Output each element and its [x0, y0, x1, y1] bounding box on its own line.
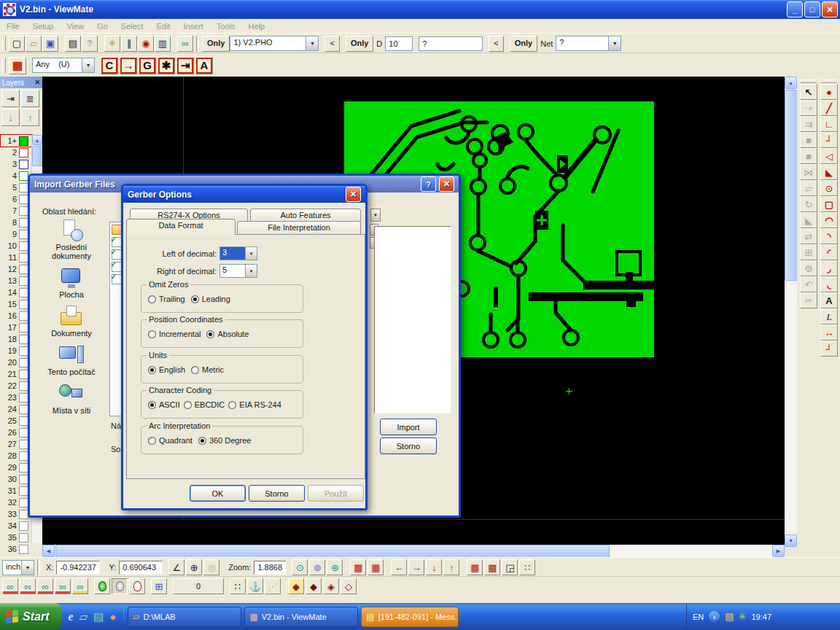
- pan-down-button[interactable]: ↓: [426, 559, 442, 575]
- cut-button[interactable]: ✂: [800, 292, 817, 308]
- place-recent-documents[interactable]: Poslední dokumenty: [35, 219, 108, 260]
- cancel-button[interactable]: Storno: [249, 485, 305, 502]
- radio-incremental[interactable]: Incremental: [148, 330, 201, 338]
- pad-mode-solid-button[interactable]: ◆: [288, 578, 304, 594]
- view-filter-lines-button[interactable]: ∞: [20, 578, 36, 594]
- layer-up-button[interactable]: ↑: [21, 109, 39, 126]
- radio-leading[interactable]: Leading: [191, 295, 230, 303]
- menu-item[interactable]: View: [60, 20, 90, 32]
- pad-mode-outline-button[interactable]: ◆: [306, 578, 322, 594]
- settings-gear-button[interactable]: ⚙: [800, 260, 817, 276]
- task-viewmate[interactable]: ▦ V2.bin - ViewMate: [244, 607, 358, 627]
- language-indicator[interactable]: EN: [693, 612, 704, 621]
- import-button[interactable]: Import: [380, 419, 437, 435]
- dcode-view-button[interactable]: ◉: [138, 36, 154, 52]
- layer-row[interactable]: 3: [1, 158, 32, 170]
- layer-row[interactable]: 2: [1, 147, 32, 158]
- tray-notes-icon[interactable]: ▤: [725, 611, 734, 622]
- scroll-left-icon[interactable]: ◀: [42, 545, 55, 557]
- layers-panel-header[interactable]: Layers ✕: [0, 77, 42, 88]
- restore-button[interactable]: □: [804, 1, 820, 18]
- apply-button[interactable]: Použít: [308, 485, 364, 502]
- fill-rect-button[interactable]: ■: [800, 148, 817, 164]
- view-filter-solid-button[interactable]: ∞: [37, 578, 53, 594]
- zoom-in-button[interactable]: ⊙: [292, 559, 308, 575]
- vertex-button[interactable]: ⋰: [265, 578, 281, 594]
- radio-trailing[interactable]: Trailing: [148, 295, 185, 303]
- rotate-button[interactable]: ↻: [800, 196, 817, 212]
- book-quick-icon[interactable]: ▤: [93, 611, 104, 622]
- circle-tool-button[interactable]: ⊙: [820, 180, 838, 196]
- menu-item[interactable]: Tools: [210, 20, 242, 32]
- scroll-down-icon[interactable]: ▼: [785, 534, 797, 547]
- close-icon[interactable]: ✕: [34, 79, 40, 86]
- bulb-on-button[interactable]: [94, 578, 110, 594]
- snap-grid-button[interactable]: ∷: [230, 578, 246, 594]
- chevron-down-icon[interactable]: ▾: [306, 36, 318, 50]
- scroll-right-icon[interactable]: ▶: [772, 545, 785, 557]
- close-button[interactable]: ✕: [822, 1, 838, 18]
- new-file-button[interactable]: ▢: [9, 36, 25, 52]
- menu-item[interactable]: Select: [114, 20, 150, 32]
- arc-ne-tool-button[interactable]: ◝: [820, 228, 838, 244]
- layer-color-swatch[interactable]: [19, 160, 28, 169]
- layer-shift-button[interactable]: ⇥: [1, 90, 20, 107]
- ok-button[interactable]: OK: [190, 485, 246, 502]
- star-button[interactable]: ✱: [158, 57, 175, 74]
- pan-right-button[interactable]: →: [408, 559, 424, 575]
- zoom-dynamic-button[interactable]: ⊛: [327, 559, 343, 575]
- chevron-down-icon[interactable]: ▾: [245, 265, 257, 277]
- grid-zoom-button[interactable]: ▦: [467, 559, 483, 575]
- angle-button[interactable]: ∠: [168, 559, 184, 575]
- triangle-tool-button[interactable]: ◣: [820, 164, 838, 180]
- arc-se-tool-button[interactable]: ◞: [820, 260, 838, 276]
- save-file-button[interactable]: ▣: [42, 36, 58, 52]
- pad-mode-center-button[interactable]: ◇: [341, 578, 357, 594]
- layer-row[interactable]: 36: [1, 543, 32, 555]
- radio-ebcdic[interactable]: EBCDIC: [184, 400, 225, 409]
- previous-layer-button[interactable]: <: [324, 36, 339, 52]
- fill-area-button[interactable]: ■: [800, 132, 817, 148]
- pad-mode-hatch-button[interactable]: ◈: [323, 578, 339, 594]
- place-network[interactable]: Místa v síti: [35, 383, 108, 415]
- goto-bar-button[interactable]: ⇥: [176, 57, 194, 74]
- label-tool-button[interactable]: L: [820, 308, 838, 324]
- net-combo[interactable]: ? ▾: [556, 36, 621, 51]
- menu-item[interactable]: Edit: [149, 20, 176, 32]
- swap-button[interactable]: ⇄: [800, 228, 817, 244]
- dcode-input[interactable]: 10: [385, 36, 413, 51]
- layer-color-swatch[interactable]: [19, 521, 28, 531]
- scale-button[interactable]: ◣: [800, 212, 817, 228]
- cancel-button[interactable]: Storno: [380, 438, 437, 454]
- tab-file-interpretation[interactable]: File Interpretation: [237, 221, 361, 234]
- open-file-button[interactable]: ▱: [26, 36, 42, 52]
- anchor-button[interactable]: ⚓: [247, 578, 263, 594]
- radio-absolute[interactable]: Absolute: [206, 330, 249, 338]
- units-combo[interactable]: inch ▾: [2, 560, 34, 575]
- ie-quick-icon[interactable]: e: [68, 610, 73, 623]
- previous-dcode-button[interactable]: <: [489, 36, 503, 52]
- tray-icq-icon[interactable]: ✳: [739, 611, 747, 622]
- line-tool-button[interactable]: ╱: [820, 100, 838, 116]
- palette-button[interactable]: ▥: [155, 36, 171, 52]
- radio-360-degree[interactable]: 360 Degree: [198, 436, 252, 445]
- dialog-title-bar[interactable]: Gerber Options ✕: [123, 186, 365, 203]
- right-of-decimal-combo[interactable]: 5 ▾: [219, 264, 257, 278]
- dimension-tool-button[interactable]: ↔: [820, 324, 838, 341]
- task-messenger[interactable]: ▤ [191-482-091] - Mess...: [361, 607, 459, 627]
- copy-button[interactable]: ⇉: [800, 116, 817, 132]
- tray-chevron-icon[interactable]: ‹: [709, 611, 720, 622]
- grid-overlay-button[interactable]: ▩: [484, 559, 500, 575]
- layer-row[interactable]: 35: [1, 532, 32, 543]
- zoom-window-button[interactable]: ⊚: [309, 559, 325, 575]
- layer-table-button[interactable]: ≣: [21, 90, 39, 107]
- chevron-down-icon[interactable]: ▾: [245, 247, 257, 260]
- help-button[interactable]: ?: [421, 176, 436, 192]
- undo-button[interactable]: ↶: [800, 276, 817, 292]
- layer-combo[interactable]: 1) V2.PHO ▾: [230, 36, 319, 51]
- select-pointer-button[interactable]: ↖: [800, 84, 817, 100]
- arc-sw-tool-button[interactable]: ◟: [820, 276, 838, 292]
- mirror-button[interactable]: ⋈: [800, 164, 817, 180]
- only-dcode-button[interactable]: Only: [346, 36, 373, 52]
- layer-color-swatch[interactable]: [19, 533, 28, 542]
